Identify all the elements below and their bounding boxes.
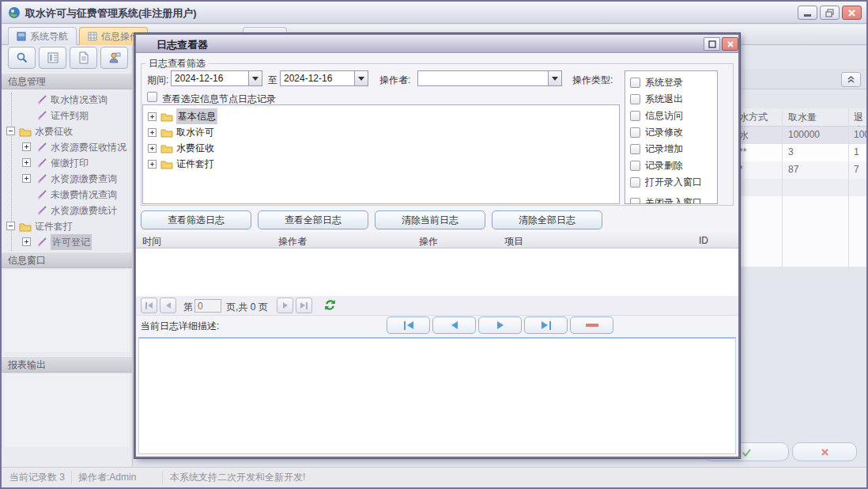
checkbox[interactable]	[630, 144, 640, 154]
dialog-tree-item[interactable]: 水费征收	[143, 140, 617, 156]
date-to-dropdown-icon[interactable]	[355, 70, 368, 86]
nav-next-button[interactable]	[478, 317, 522, 334]
dialog-tree-item[interactable]: 证件套打	[143, 156, 617, 172]
dialog-maximize-icon[interactable]	[704, 37, 720, 51]
report-button[interactable]	[39, 47, 66, 69]
nav-delete-button[interactable]	[570, 317, 613, 334]
checkbox[interactable]	[630, 127, 640, 138]
column-divider	[782, 108, 783, 267]
tree-label: 水费征收	[35, 123, 73, 139]
refresh-icon[interactable]	[324, 299, 336, 313]
app-logo-icon	[8, 6, 21, 19]
pager-bar: 第 页,共 0 页	[136, 296, 738, 316]
square-icon	[17, 32, 26, 41]
type-option[interactable]: 记录增加	[630, 141, 718, 157]
clear-current-logs-button[interactable]: 清除当前日志	[375, 210, 485, 229]
close-icon[interactable]	[842, 6, 862, 20]
divider	[162, 471, 163, 484]
expand-expander-icon[interactable]	[22, 142, 31, 151]
expand-expander-icon[interactable]	[22, 158, 31, 167]
tree-label: 取水情况查询	[51, 92, 108, 108]
cancel-button[interactable]	[792, 442, 857, 461]
tab-system-nav[interactable]: 系统导航	[8, 27, 77, 45]
page-number-input[interactable]	[194, 299, 221, 313]
expand-expander-icon[interactable]	[148, 144, 157, 153]
checkbox[interactable]	[630, 177, 640, 188]
nav-prev-button[interactable]	[432, 317, 476, 334]
next-page-button[interactable]	[277, 298, 293, 313]
operator-input[interactable]	[417, 70, 549, 86]
document-button[interactable]	[70, 47, 97, 69]
search-button[interactable]	[8, 47, 36, 69]
date-from-dropdown-icon[interactable]	[249, 70, 262, 86]
type-option[interactable]: 打开录入窗口	[630, 174, 718, 191]
type-option[interactable]: 系统登录	[630, 74, 718, 91]
cell: 100000	[788, 129, 820, 140]
column-header: 操作	[419, 235, 438, 248]
checkbox[interactable]	[630, 94, 640, 104]
type-option[interactable]: 记录删除	[630, 157, 718, 174]
sidebar-tree-item-selected[interactable]: 许可登记	[2, 234, 133, 250]
operator-dropdown-icon[interactable]	[549, 70, 562, 86]
dialog-titlebar[interactable]: 日志查看器	[136, 35, 738, 53]
sidebar-tree-item[interactable]: 水费征收	[2, 123, 133, 139]
last-page-button[interactable]	[296, 298, 312, 313]
panel-title: 信息管理	[8, 76, 46, 87]
checkbox[interactable]	[630, 198, 640, 204]
first-page-button[interactable]	[141, 298, 157, 313]
sidebar: 信息管理 取水情况查询 证件到期 水费征收 水资源费征收情况 催缴打印	[2, 45, 133, 467]
user-button[interactable]	[100, 47, 128, 69]
sidebar-tree-item[interactable]: 水资源缴费统计	[2, 203, 133, 218]
type-option[interactable]: 系统退出	[630, 91, 718, 108]
expand-expander-icon[interactable]	[148, 112, 157, 121]
dialog-close-icon[interactable]	[722, 37, 738, 51]
cell: 水	[739, 129, 749, 142]
tab-label: 系统导航	[30, 30, 68, 44]
sidebar-tree-item[interactable]: 未缴费情况查询	[2, 187, 133, 203]
nav-first-button[interactable]	[387, 317, 430, 334]
restore-icon[interactable]	[820, 6, 840, 20]
type-option[interactable]: 关闭录入窗口	[630, 195, 718, 204]
expand-expander-icon[interactable]	[22, 237, 31, 246]
collapse-expander-icon[interactable]	[6, 222, 15, 230]
collapse-panel-button[interactable]	[841, 72, 861, 87]
log-detail-textarea[interactable]	[138, 337, 736, 454]
sidebar-tree-item[interactable]: 水资源缴费查询	[2, 171, 133, 187]
minimize-icon[interactable]	[798, 6, 817, 20]
clear-all-logs-button[interactable]: 清除全部日志	[492, 210, 602, 229]
button-label: 查看筛选日志	[168, 214, 225, 227]
expand-expander-icon[interactable]	[148, 128, 157, 137]
checkbox[interactable]	[630, 111, 640, 121]
sidebar-tree-item[interactable]: 证件套打	[2, 218, 133, 234]
panel-header-info-window: 信息窗口	[2, 252, 133, 268]
period-label: 期间:	[147, 74, 168, 87]
tree-label: 水资源缴费统计	[51, 203, 117, 218]
window-titlebar[interactable]: 取水许可与征费管理系统(非注册用户)	[2, 2, 866, 24]
date-to-input[interactable]	[280, 70, 355, 86]
type-option[interactable]: 记录修改	[630, 124, 718, 141]
folder-icon	[160, 127, 173, 137]
collapse-expander-icon[interactable]	[6, 127, 15, 135]
dialog-tree-item-selected[interactable]: 基本信息	[143, 108, 617, 124]
sidebar-tree-item[interactable]: 水资源费征收情况	[2, 139, 133, 155]
sidebar-tree-item[interactable]: 催缴打印	[2, 155, 133, 171]
view-all-logs-button[interactable]: 查看全部日志	[258, 210, 368, 229]
x-icon	[821, 448, 829, 457]
nav-last-button[interactable]	[524, 317, 568, 334]
checkbox[interactable]	[630, 161, 640, 171]
node-filter-checkbox[interactable]	[147, 92, 157, 102]
dialog-tree-item[interactable]: 取水许可	[143, 124, 617, 140]
prev-page-button[interactable]	[160, 298, 176, 313]
log-table-body[interactable]	[136, 248, 738, 296]
sidebar-tree-item[interactable]: 证件到期	[2, 108, 133, 123]
folder-icon	[19, 221, 30, 232]
date-from-input[interactable]	[171, 70, 249, 86]
checkbox[interactable]	[630, 78, 640, 88]
cell: 1000	[854, 129, 868, 140]
sidebar-tree-item[interactable]: 取水情况查询	[2, 92, 133, 108]
type-label: 关闭录入窗口	[645, 196, 702, 204]
view-filtered-logs-button[interactable]: 查看筛选日志	[141, 210, 251, 229]
expand-expander-icon[interactable]	[148, 160, 157, 169]
type-option[interactable]: 信息访问	[630, 108, 718, 124]
expand-expander-icon[interactable]	[22, 174, 31, 183]
